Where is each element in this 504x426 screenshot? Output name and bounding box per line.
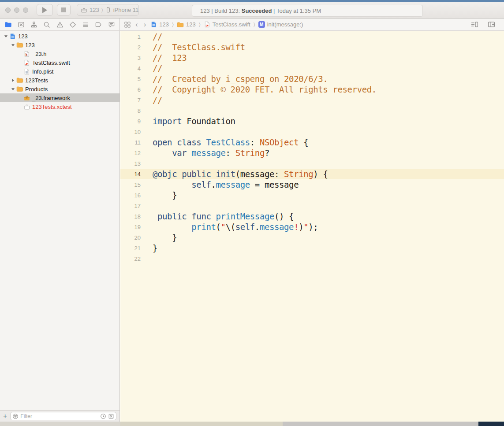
tree-item-label: 123Tests (25, 77, 48, 84)
code-line-21[interactable]: 21} (120, 243, 504, 253)
line-number[interactable]: 20 (120, 234, 147, 241)
scheme-device-label: iPhone 11 (113, 7, 139, 13)
code-line-12[interactable]: 12 var message: String? (120, 148, 504, 158)
tree-item--23-h[interactable]: h_23.h (0, 49, 119, 58)
tree-item-label: Info.plist (32, 68, 53, 75)
code-line-6[interactable]: 6// Copyright © 2020 FET. All rights res… (120, 84, 504, 95)
line-number[interactable]: 9 (120, 118, 147, 125)
back-button[interactable]: ‹ (134, 21, 139, 28)
code-line-10[interactable]: 10 (120, 126, 504, 137)
stop-icon (61, 7, 66, 12)
editor-buttons (471, 21, 500, 28)
add-file-button[interactable]: + (3, 413, 7, 420)
disclosure-triangle-icon[interactable] (10, 78, 16, 82)
line-number[interactable]: 22 (120, 256, 147, 262)
line-number[interactable]: 3 (120, 55, 147, 61)
disclosure-triangle-icon[interactable] (3, 34, 9, 38)
zoom-button[interactable] (23, 7, 28, 13)
close-button[interactable] (5, 7, 11, 13)
code-line-22[interactable]: 22 (120, 253, 504, 264)
line-number[interactable]: 16 (120, 192, 147, 199)
source-control-status-icon[interactable] (108, 413, 114, 419)
line-number[interactable]: 18 (120, 213, 147, 220)
code-line-8[interactable]: 8 (120, 105, 504, 116)
breakpoint-navigator-tab-icon[interactable] (95, 21, 102, 28)
tree-item-products[interactable]: Products (0, 85, 119, 93)
code-line-9[interactable]: 9import Foundation (120, 116, 504, 126)
editor-options-icon[interactable] (471, 21, 478, 28)
forward-button[interactable]: › (142, 21, 148, 28)
tree-item-label: 123Tests.xctest (32, 104, 72, 110)
filter-input[interactable]: Filter (10, 412, 116, 420)
source-control-navigator-tab-icon[interactable] (17, 21, 25, 28)
line-number[interactable]: 6 (120, 86, 147, 93)
code-line-1[interactable]: 1// (120, 31, 504, 42)
line-number[interactable]: 17 (120, 203, 147, 209)
scheme-selector[interactable]: 123 〉 iPhone 11 (77, 4, 139, 16)
line-number[interactable]: 1 (120, 33, 147, 40)
run-button[interactable] (37, 4, 53, 16)
debug-navigator-tab-icon[interactable] (82, 21, 90, 28)
breadcrumb-item[interactable]: 123 (150, 21, 169, 28)
line-number[interactable]: 13 (120, 160, 147, 167)
bottom-strip (0, 422, 504, 426)
filter-icon (12, 413, 19, 419)
find-navigator-tab-icon[interactable] (43, 21, 51, 28)
line-number[interactable]: 19 (120, 224, 147, 230)
breadcrumb-item[interactable]: Minit(message:) (258, 21, 303, 28)
disclosure-triangle-icon[interactable] (10, 87, 16, 91)
code-line-14[interactable]: 14@objc public init(message: String) { (120, 169, 504, 179)
tree-item-testclass-swift[interactable]: TestClass.swift (0, 58, 119, 67)
line-number[interactable]: 2 (120, 44, 147, 51)
tree-item--23-framework[interactable]: _23.framework (0, 93, 119, 102)
tree-item-123[interactable]: 123 (0, 32, 119, 41)
code-line-3[interactable]: 3// 123 (120, 52, 504, 63)
code-line-11[interactable]: 11open class TestClass: NSObject { (120, 137, 504, 148)
status-build-label: Build 123: (214, 7, 241, 14)
code-line-13[interactable]: 13 (120, 158, 504, 169)
code-line-2[interactable]: 2// TestClass.swift (120, 42, 504, 52)
folder-icon (177, 22, 184, 28)
code-line-15[interactable]: 15 self.message = message (120, 179, 504, 190)
recent-files-clock-icon[interactable] (100, 413, 106, 419)
line-number[interactable]: 21 (120, 245, 147, 252)
code-line-7[interactable]: 7// (120, 95, 504, 105)
stop-button[interactable] (57, 4, 71, 16)
line-number[interactable]: 15 (120, 182, 147, 188)
code-line-20[interactable]: 20 } (120, 232, 504, 243)
line-number[interactable]: 4 (120, 65, 147, 72)
tree-item-label: _23.framework (32, 95, 70, 101)
tree-item-123[interactable]: 123 (0, 41, 119, 49)
issue-navigator-tab-icon[interactable] (56, 21, 63, 28)
line-number[interactable]: 7 (120, 97, 147, 104)
add-editor-icon[interactable] (488, 21, 495, 28)
test-navigator-tab-icon[interactable] (69, 21, 76, 28)
minimize-button[interactable] (14, 7, 19, 13)
line-number[interactable]: 10 (120, 129, 147, 135)
tree-item-label: _23.h (32, 51, 47, 57)
file-h-icon: h (23, 50, 30, 57)
line-number[interactable]: 14 (120, 171, 147, 178)
code-line-5[interactable]: 5// Created by i_cspeng on 2020/6/3. (120, 74, 504, 84)
line-number[interactable]: 8 (120, 107, 147, 114)
code-line-4[interactable]: 4// (120, 63, 504, 74)
code-line-19[interactable]: 19 print("\(self.message!)"); (120, 222, 504, 232)
line-number[interactable]: 11 (120, 139, 147, 146)
line-number[interactable]: 12 (120, 150, 147, 156)
code-line-18[interactable]: 18 public func printMessage() { (120, 211, 504, 222)
line-number[interactable]: 5 (120, 76, 147, 82)
code-line-16[interactable]: 16 } (120, 190, 504, 200)
breadcrumb-item[interactable]: 123 (177, 21, 196, 28)
tree-item-info-plist[interactable]: Info.plist (0, 67, 119, 76)
tree-item-123tests-xctest[interactable]: 123Tests.xctest (0, 102, 119, 111)
disclosure-triangle-icon[interactable] (10, 43, 16, 47)
project-navigator-tab-icon[interactable] (4, 21, 12, 28)
tree-item-123tests[interactable]: 123Tests (0, 76, 119, 85)
code-line-17[interactable]: 17 (120, 200, 504, 211)
symbol-navigator-tab-icon[interactable] (30, 21, 38, 28)
code-text: // TestClass.swift (147, 42, 245, 52)
breadcrumb-item[interactable]: TestClass.swift (204, 21, 250, 28)
report-navigator-tab-icon[interactable] (108, 21, 115, 28)
code-text: self.message = message (147, 180, 299, 189)
related-items-icon[interactable] (123, 21, 131, 28)
